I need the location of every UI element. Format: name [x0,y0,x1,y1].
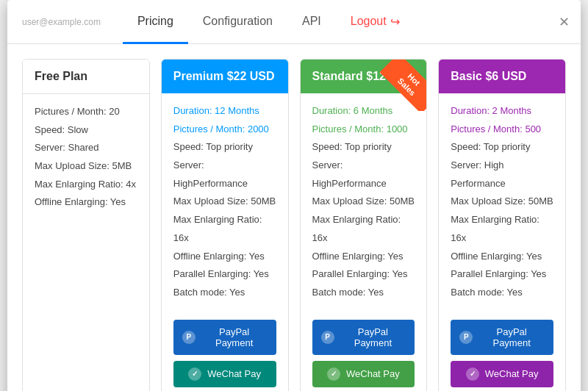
tab-api[interactable]: API [287,1,336,44]
free-feature-2: Speed: Slow [35,121,137,140]
premium-feature-6: Parallel Enlarging: Yes [173,265,276,284]
premium-feature-4: Max Enlarging Ratio: 16x [173,211,276,247]
basic-plan-body: Duration: 2 Months Pictures / Month: 500… [439,93,565,311]
premium-paypal-button[interactable]: P PayPal Payment [173,320,276,355]
premium-highlight-1: Duration: 12 Months [173,102,276,121]
premium-plan-body: Duration: 12 Months Pictures / Month: 20… [162,93,288,311]
basic-paypal-button[interactable]: P PayPal Payment [451,320,553,355]
standard-highlight-2: Pictures / Month: 1000 [312,121,415,139]
premium-feature-7: Batch mode: Yes [173,284,276,302]
free-plan-header: Free Plan [23,60,149,94]
standard-feature-3: Max Upload Size: 50MB [312,193,415,211]
standard-feature-7: Batch mode: Yes [312,284,415,302]
basic-feature-1: Speed: Top priority [451,138,553,157]
free-feature-6: Offline Enlarging: Yes [35,193,137,212]
basic-plan-card: Basic $6 USD Duration: 2 Months Pictures… [438,59,566,391]
user-email: user@example.com [22,17,101,27]
basic-feature-3: Max Upload Size: 50MB [451,193,553,211]
premium-feature-2: Server: HighPerformance [173,157,276,193]
premium-wechat-button[interactable]: ✓ WeChat Pay [173,361,276,387]
standard-wechat-button[interactable]: ✓ WeChat Pay [312,361,415,387]
basic-feature-7: Batch mode: Yes [451,284,553,302]
basic-highlight-2: Pictures / Month: 500 [451,121,553,139]
standard-buttons: P PayPal Payment ✓ WeChat Pay A Alipay P… [301,311,427,391]
logout-icon: ↪ [390,15,400,29]
standard-paypal-button[interactable]: P PayPal Payment [312,320,415,355]
hot-sales-badge: HotSales [375,60,426,111]
premium-feature-1: Speed: Top priority [173,138,276,157]
premium-feature-3: Max Upload Size: 50MB [173,193,276,211]
paypal-icon: P [321,331,334,344]
tab-logout[interactable]: Logout ↪ [336,1,415,44]
free-feature-5: Max Enlarging Ratio: 4x [35,176,137,194]
paypal-icon: P [459,331,473,344]
basic-feature-5: Offline Enlarging: Yes [451,248,553,266]
basic-wechat-button[interactable]: ✓ WeChat Pay [451,361,553,387]
modal-header: user@example.com Pricing Configuration A… [7,0,581,44]
standard-feature-2: Server: HighPerformance [312,157,415,193]
free-plan-body: Pictures / Month: 20 Speed: Slow Server:… [23,94,149,220]
standard-plan-card: HotSales Standard $12 Duration: 6 Months… [300,59,428,391]
standard-feature-4: Max Enlarging Ratio: 16x [312,211,415,247]
standard-feature-1: Speed: Top priority [312,138,415,157]
standard-feature-6: Parallel Enlarging: Yes [312,265,415,284]
basic-buttons: P PayPal Payment ✓ WeChat Pay A Alipay P… [439,311,565,391]
paypal-icon: P [182,331,196,344]
nav-tabs: Pricing Configuration API Logout ↪ [123,0,415,43]
free-feature-4: Max Upload Size: 5MB [35,157,137,176]
tab-pricing[interactable]: Pricing [123,1,188,44]
hot-sales-ribbon: HotSales [380,60,426,111]
tab-configuration[interactable]: Configuration [188,1,287,44]
free-feature-3: Server: Shared [35,139,137,157]
basic-feature-2: Server: High Performance [451,157,553,193]
close-button[interactable]: ✕ [559,15,570,29]
basic-plan-header: Basic $6 USD [439,60,565,93]
standard-plan-body: Duration: 6 Months Pictures / Month: 100… [301,93,427,311]
free-feature-1: Pictures / Month: 20 [35,103,137,121]
premium-plan-card: Premium $22 USD Duration: 12 Months Pict… [161,59,289,391]
wechat-icon: ✓ [466,367,479,381]
basic-feature-6: Parallel Enlarging: Yes [451,265,553,284]
wechat-icon: ✓ [327,367,340,381]
plans-container: Free Plan Pictures / Month: 20 Speed: Sl… [7,44,581,391]
standard-feature-5: Offline Enlarging: Yes [312,248,415,266]
wechat-icon: ✓ [188,367,201,381]
pricing-modal: user@example.com Pricing Configuration A… [7,0,581,391]
premium-plan-header: Premium $22 USD [162,60,288,93]
premium-feature-5: Offline Enlarging: Yes [173,248,276,266]
basic-highlight-1: Duration: 2 Months [451,102,553,121]
basic-feature-4: Max Enlarging Ratio: 16x [451,211,553,247]
premium-highlight-2: Pictures / Month: 2000 [173,121,276,139]
premium-buttons: P PayPal Payment ✓ WeChat Pay A Alipay P… [162,311,288,391]
free-plan-card: Free Plan Pictures / Month: 20 Speed: Sl… [22,59,150,391]
